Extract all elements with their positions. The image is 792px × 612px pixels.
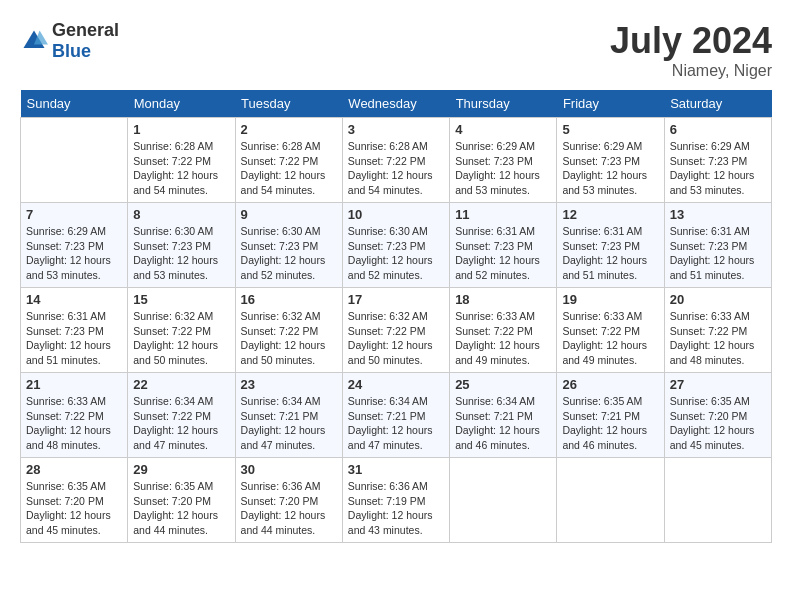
month-title: July 2024 — [610, 20, 772, 62]
day-number: 3 — [348, 122, 444, 137]
day-info: Sunrise: 6:35 AMSunset: 7:20 PMDaylight:… — [133, 479, 229, 538]
logo-icon — [20, 27, 48, 55]
day-number: 29 — [133, 462, 229, 477]
day-number: 6 — [670, 122, 766, 137]
day-number: 15 — [133, 292, 229, 307]
table-row: 28Sunrise: 6:35 AMSunset: 7:20 PMDayligh… — [21, 458, 128, 543]
table-row: 5Sunrise: 6:29 AMSunset: 7:23 PMDaylight… — [557, 118, 664, 203]
header-sunday: Sunday — [21, 90, 128, 118]
day-info: Sunrise: 6:35 AMSunset: 7:21 PMDaylight:… — [562, 394, 658, 453]
day-info: Sunrise: 6:32 AMSunset: 7:22 PMDaylight:… — [348, 309, 444, 368]
table-row: 22Sunrise: 6:34 AMSunset: 7:22 PMDayligh… — [128, 373, 235, 458]
table-row: 8Sunrise: 6:30 AMSunset: 7:23 PMDaylight… — [128, 203, 235, 288]
day-info: Sunrise: 6:34 AMSunset: 7:21 PMDaylight:… — [455, 394, 551, 453]
day-number: 22 — [133, 377, 229, 392]
header-thursday: Thursday — [450, 90, 557, 118]
day-number: 25 — [455, 377, 551, 392]
day-number: 26 — [562, 377, 658, 392]
day-info: Sunrise: 6:32 AMSunset: 7:22 PMDaylight:… — [133, 309, 229, 368]
table-row: 24Sunrise: 6:34 AMSunset: 7:21 PMDayligh… — [342, 373, 449, 458]
table-row: 18Sunrise: 6:33 AMSunset: 7:22 PMDayligh… — [450, 288, 557, 373]
day-info: Sunrise: 6:33 AMSunset: 7:22 PMDaylight:… — [562, 309, 658, 368]
table-row: 15Sunrise: 6:32 AMSunset: 7:22 PMDayligh… — [128, 288, 235, 373]
table-row — [557, 458, 664, 543]
day-info: Sunrise: 6:33 AMSunset: 7:22 PMDaylight:… — [455, 309, 551, 368]
day-info: Sunrise: 6:30 AMSunset: 7:23 PMDaylight:… — [348, 224, 444, 283]
day-number: 9 — [241, 207, 337, 222]
table-row: 14Sunrise: 6:31 AMSunset: 7:23 PMDayligh… — [21, 288, 128, 373]
table-row: 25Sunrise: 6:34 AMSunset: 7:21 PMDayligh… — [450, 373, 557, 458]
header-saturday: Saturday — [664, 90, 771, 118]
day-info: Sunrise: 6:29 AMSunset: 7:23 PMDaylight:… — [670, 139, 766, 198]
calendar-week-5: 28Sunrise: 6:35 AMSunset: 7:20 PMDayligh… — [21, 458, 772, 543]
logo-blue-text: Blue — [52, 41, 91, 61]
header-tuesday: Tuesday — [235, 90, 342, 118]
day-info: Sunrise: 6:29 AMSunset: 7:23 PMDaylight:… — [455, 139, 551, 198]
day-info: Sunrise: 6:29 AMSunset: 7:23 PMDaylight:… — [26, 224, 122, 283]
header-wednesday: Wednesday — [342, 90, 449, 118]
page-header: General Blue July 2024 Niamey, Niger — [20, 20, 772, 80]
day-number: 20 — [670, 292, 766, 307]
table-row: 30Sunrise: 6:36 AMSunset: 7:20 PMDayligh… — [235, 458, 342, 543]
day-number: 27 — [670, 377, 766, 392]
day-number: 12 — [562, 207, 658, 222]
header-monday: Monday — [128, 90, 235, 118]
day-number: 5 — [562, 122, 658, 137]
table-row: 7Sunrise: 6:29 AMSunset: 7:23 PMDaylight… — [21, 203, 128, 288]
location-label: Niamey, Niger — [610, 62, 772, 80]
table-row: 1Sunrise: 6:28 AMSunset: 7:22 PMDaylight… — [128, 118, 235, 203]
day-info: Sunrise: 6:31 AMSunset: 7:23 PMDaylight:… — [562, 224, 658, 283]
table-row: 11Sunrise: 6:31 AMSunset: 7:23 PMDayligh… — [450, 203, 557, 288]
table-row: 10Sunrise: 6:30 AMSunset: 7:23 PMDayligh… — [342, 203, 449, 288]
table-row: 29Sunrise: 6:35 AMSunset: 7:20 PMDayligh… — [128, 458, 235, 543]
table-row: 16Sunrise: 6:32 AMSunset: 7:22 PMDayligh… — [235, 288, 342, 373]
day-info: Sunrise: 6:31 AMSunset: 7:23 PMDaylight:… — [670, 224, 766, 283]
day-number: 11 — [455, 207, 551, 222]
day-info: Sunrise: 6:30 AMSunset: 7:23 PMDaylight:… — [241, 224, 337, 283]
day-info: Sunrise: 6:33 AMSunset: 7:22 PMDaylight:… — [26, 394, 122, 453]
day-info: Sunrise: 6:35 AMSunset: 7:20 PMDaylight:… — [670, 394, 766, 453]
day-number: 21 — [26, 377, 122, 392]
day-number: 28 — [26, 462, 122, 477]
title-block: July 2024 Niamey, Niger — [610, 20, 772, 80]
table-row: 26Sunrise: 6:35 AMSunset: 7:21 PMDayligh… — [557, 373, 664, 458]
calendar-header-row: Sunday Monday Tuesday Wednesday Thursday… — [21, 90, 772, 118]
day-number: 4 — [455, 122, 551, 137]
day-number: 18 — [455, 292, 551, 307]
table-row: 12Sunrise: 6:31 AMSunset: 7:23 PMDayligh… — [557, 203, 664, 288]
calendar-week-3: 14Sunrise: 6:31 AMSunset: 7:23 PMDayligh… — [21, 288, 772, 373]
day-number: 7 — [26, 207, 122, 222]
day-number: 2 — [241, 122, 337, 137]
table-row: 4Sunrise: 6:29 AMSunset: 7:23 PMDaylight… — [450, 118, 557, 203]
day-info: Sunrise: 6:33 AMSunset: 7:22 PMDaylight:… — [670, 309, 766, 368]
day-info: Sunrise: 6:28 AMSunset: 7:22 PMDaylight:… — [241, 139, 337, 198]
table-row: 27Sunrise: 6:35 AMSunset: 7:20 PMDayligh… — [664, 373, 771, 458]
day-info: Sunrise: 6:28 AMSunset: 7:22 PMDaylight:… — [348, 139, 444, 198]
day-info: Sunrise: 6:32 AMSunset: 7:22 PMDaylight:… — [241, 309, 337, 368]
table-row — [450, 458, 557, 543]
table-row: 6Sunrise: 6:29 AMSunset: 7:23 PMDaylight… — [664, 118, 771, 203]
day-info: Sunrise: 6:29 AMSunset: 7:23 PMDaylight:… — [562, 139, 658, 198]
day-info: Sunrise: 6:34 AMSunset: 7:21 PMDaylight:… — [348, 394, 444, 453]
table-row: 31Sunrise: 6:36 AMSunset: 7:19 PMDayligh… — [342, 458, 449, 543]
day-info: Sunrise: 6:28 AMSunset: 7:22 PMDaylight:… — [133, 139, 229, 198]
day-number: 17 — [348, 292, 444, 307]
day-number: 24 — [348, 377, 444, 392]
day-number: 19 — [562, 292, 658, 307]
day-number: 14 — [26, 292, 122, 307]
calendar-week-2: 7Sunrise: 6:29 AMSunset: 7:23 PMDaylight… — [21, 203, 772, 288]
day-number: 16 — [241, 292, 337, 307]
table-row: 9Sunrise: 6:30 AMSunset: 7:23 PMDaylight… — [235, 203, 342, 288]
day-number: 8 — [133, 207, 229, 222]
table-row: 3Sunrise: 6:28 AMSunset: 7:22 PMDaylight… — [342, 118, 449, 203]
logo: General Blue — [20, 20, 119, 62]
calendar-table: Sunday Monday Tuesday Wednesday Thursday… — [20, 90, 772, 543]
logo-general-text: General — [52, 20, 119, 40]
table-row — [664, 458, 771, 543]
table-row: 2Sunrise: 6:28 AMSunset: 7:22 PMDaylight… — [235, 118, 342, 203]
calendar-week-4: 21Sunrise: 6:33 AMSunset: 7:22 PMDayligh… — [21, 373, 772, 458]
day-number: 31 — [348, 462, 444, 477]
table-row: 19Sunrise: 6:33 AMSunset: 7:22 PMDayligh… — [557, 288, 664, 373]
day-number: 23 — [241, 377, 337, 392]
table-row — [21, 118, 128, 203]
